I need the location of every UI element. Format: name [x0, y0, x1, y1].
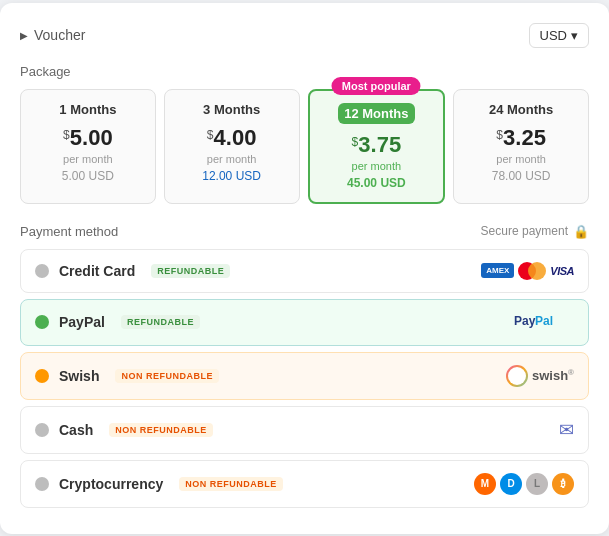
package-1m-total: 5.00 USD: [31, 169, 145, 183]
package-1m-price: $5.00: [31, 125, 145, 151]
swish-logo-text: swish®: [532, 368, 574, 383]
payment-swish[interactable]: Swish NON REFUNDABLE swish®: [20, 352, 589, 400]
secure-payment-label: Secure payment 🔒: [481, 224, 589, 239]
mastercard-logo: [518, 262, 546, 280]
payment-credit-card[interactable]: Credit Card REFUNDABLE AMEX VISA: [20, 249, 589, 293]
credit-card-left: Credit Card REFUNDABLE: [35, 263, 230, 279]
bitcoin-icon: ₿: [552, 473, 574, 495]
voucher-arrow: ▶: [20, 30, 28, 41]
package-3m[interactable]: 3 Months $4.00 per month 12.00 USD: [164, 89, 300, 204]
voucher-toggle[interactable]: ▶ Voucher: [20, 27, 85, 43]
paypal-dot: [35, 315, 49, 329]
package-24m-total: 78.00 USD: [464, 169, 578, 183]
payment-cryptocurrency[interactable]: Cryptocurrency NON REFUNDABLE M D L ₿: [20, 460, 589, 508]
package-12m-total: 45.00 USD: [320, 176, 434, 190]
envelope-icon: ✉: [559, 419, 574, 441]
package-12m-permonth: per month: [320, 160, 434, 172]
payment-paypal[interactable]: PayPal REFUNDABLE Pay Pal: [20, 299, 589, 346]
dash-icon: D: [500, 473, 522, 495]
litecoin-icon: L: [526, 473, 548, 495]
crypto-badge: NON REFUNDABLE: [179, 477, 283, 491]
paypal-left: PayPal REFUNDABLE: [35, 314, 200, 330]
package-24m-permonth: per month: [464, 153, 578, 165]
voucher-row: ▶ Voucher USD ▾: [20, 23, 589, 48]
svg-text:Pay: Pay: [514, 313, 536, 327]
package-3m-currency: $: [207, 127, 214, 141]
paypal-logo-container: Pay Pal: [514, 312, 574, 333]
amex-logo: AMEX: [481, 263, 514, 278]
credit-card-name: Credit Card: [59, 263, 135, 279]
package-1m-months: 1 Months: [31, 102, 145, 117]
package-3m-total: 12.00 USD: [175, 169, 289, 183]
crypto-name: Cryptocurrency: [59, 476, 163, 492]
swish-logo: swish®: [506, 365, 574, 387]
swish-badge: NON REFUNDABLE: [115, 369, 219, 383]
paypal-logo: Pay Pal: [514, 312, 574, 333]
credit-card-dot: [35, 264, 49, 278]
svg-text:Pal: Pal: [535, 313, 553, 327]
secure-payment-text: Secure payment: [481, 224, 568, 238]
payment-header: Payment method Secure payment 🔒: [20, 224, 589, 239]
package-12m-price: $3.75: [320, 132, 434, 158]
crypto-left: Cryptocurrency NON REFUNDABLE: [35, 476, 283, 492]
cash-name: Cash: [59, 422, 93, 438]
paypal-badge: REFUNDABLE: [121, 315, 200, 329]
cash-badge: NON REFUNDABLE: [109, 423, 213, 437]
package-12m-months: 12 Months: [338, 103, 414, 124]
payment-cash[interactable]: Cash NON REFUNDABLE ✉: [20, 406, 589, 454]
package-1m-currency: $: [63, 127, 70, 141]
currency-selector[interactable]: USD ▾: [529, 23, 589, 48]
package-24m-months: 24 Months: [464, 102, 578, 117]
swish-circle-icon: [506, 365, 528, 387]
payment-section-label: Payment method: [20, 224, 118, 239]
crypto-logos: M D L ₿: [474, 473, 574, 495]
lock-icon: 🔒: [573, 224, 589, 239]
swish-left: Swish NON REFUNDABLE: [35, 368, 219, 384]
package-12m[interactable]: Most popular 12 Months $3.75 per month 4…: [308, 89, 446, 204]
package-24m-price: $3.25: [464, 125, 578, 151]
package-24m[interactable]: 24 Months $3.25 per month 78.00 USD: [453, 89, 589, 204]
package-1m[interactable]: 1 Months $5.00 per month 5.00 USD: [20, 89, 156, 204]
currency-arrow: ▾: [571, 28, 578, 43]
credit-card-logos: AMEX VISA: [481, 262, 574, 280]
swish-logo-container: swish®: [506, 365, 574, 387]
visa-logo: VISA: [550, 265, 574, 277]
monero-icon: M: [474, 473, 496, 495]
cash-left: Cash NON REFUNDABLE: [35, 422, 213, 438]
credit-card-badge: REFUNDABLE: [151, 264, 230, 278]
cash-dot: [35, 423, 49, 437]
package-section-label: Package: [20, 64, 589, 79]
package-3m-permonth: per month: [175, 153, 289, 165]
crypto-dot: [35, 477, 49, 491]
package-1m-permonth: per month: [31, 153, 145, 165]
popular-badge: Most popular: [332, 77, 421, 95]
package-3m-price: $4.00: [175, 125, 289, 151]
paypal-name: PayPal: [59, 314, 105, 330]
package-3m-months: 3 Months: [175, 102, 289, 117]
cash-logo-container: ✉: [559, 419, 574, 441]
packages-container: 1 Months $5.00 per month 5.00 USD 3 Mont…: [20, 89, 589, 204]
swish-name: Swish: [59, 368, 99, 384]
voucher-label: Voucher: [34, 27, 85, 43]
currency-value: USD: [540, 28, 567, 43]
pricing-card: ▶ Voucher USD ▾ Package 1 Months $5.00 p…: [0, 3, 609, 534]
paypal-svg: Pay Pal: [514, 312, 574, 330]
swish-dot: [35, 369, 49, 383]
